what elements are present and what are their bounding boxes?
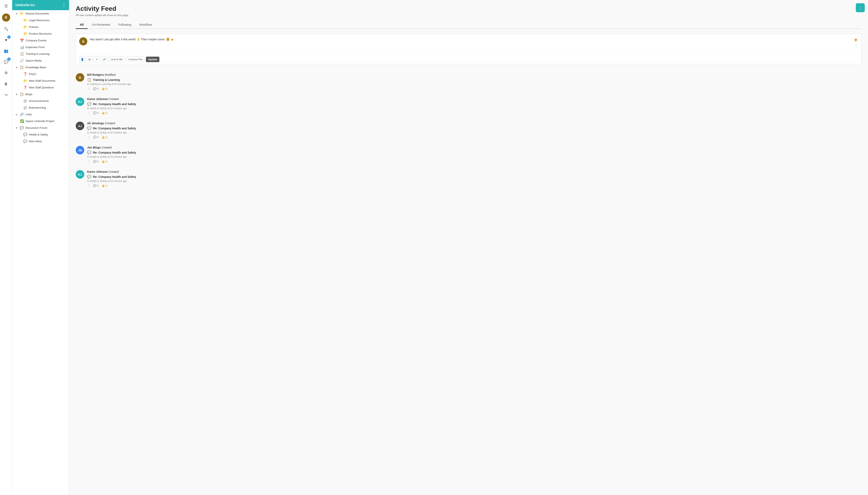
- activity-content-title: Re: Company Health and Safety: [93, 102, 136, 106]
- like-button[interactable]: 👍 0: [102, 112, 107, 115]
- activity-avatar: AJ: [76, 122, 84, 130]
- tab-unreviewed[interactable]: Un-Reviewed: [88, 21, 114, 29]
- tab-workflow[interactable]: Workflow: [135, 21, 156, 29]
- sidebar-item-label: New Staff Questions: [29, 86, 66, 89]
- choose-file-button[interactable]: Choose File: [126, 57, 145, 62]
- activity-item: JB Joe Blogs Created 💬 Re: Company Healt…: [76, 142, 862, 167]
- menu-icon[interactable]: ☰: [2, 2, 10, 10]
- activity-header: Karen Johnson Created: [87, 170, 862, 173]
- like-button[interactable]: 👍 0: [102, 87, 107, 90]
- sidebar-item-legal-resources[interactable]: 📁Legal Resources: [12, 17, 69, 24]
- like-count: 0: [106, 160, 107, 163]
- sidebar-item-links[interactable]: ►🔗Links: [12, 111, 69, 118]
- activity-item: AJ Ali Jennings Created 💬 Re: Company He…: [76, 118, 862, 142]
- activity-card[interactable]: 💬 Re: Company Health and Safety: [87, 150, 862, 155]
- update-button[interactable]: Update: [146, 57, 159, 62]
- sidebar-item-company-events[interactable]: 📅Company Events: [12, 37, 69, 44]
- compose-message[interactable]: Hey team! Lets get after it this week! 👌…: [90, 37, 851, 41]
- activity-meta: in Health & Safety at 64 minutes ago: [87, 180, 862, 183]
- activity-user: Ali Jennings: [87, 122, 104, 125]
- comment-button[interactable]: 💬 0: [93, 184, 99, 187]
- sidebar-item-new-staff-documents[interactable]: 📁New Staff Documents: [12, 78, 69, 84]
- activity-card[interactable]: 💬 Re: Company Health and Safety: [87, 102, 862, 106]
- users-icon[interactable]: 👥: [2, 47, 10, 55]
- compose-dots-menu[interactable]: ⋮: [854, 43, 858, 48]
- sidebar-item-space-umbrella-project[interactable]: ✅Space Umbrella Project: [12, 118, 69, 124]
- sidebar-item-icon: 📁: [20, 12, 24, 16]
- activity-content-title: Re: Company Health and Safety: [93, 127, 136, 130]
- activity-meta: in Training & Learning at 50 minutes ago: [87, 83, 862, 86]
- activity-card[interactable]: 💬 Re: Company Health and Safety: [87, 126, 862, 130]
- comment-button[interactable]: 💬 0: [93, 112, 99, 115]
- activity-header: Karen Johnson Created: [87, 97, 862, 101]
- sidebar-item-knowledge-base[interactable]: ▼📋Knowledge Base: [12, 64, 69, 71]
- chevron-icon: ▼: [16, 13, 18, 15]
- activity-header: Joe Blogs Created: [87, 146, 862, 149]
- sidebar-item-icon: 📁: [23, 79, 27, 83]
- sidebar-item-icon: 🔗: [20, 113, 24, 116]
- tab-all[interactable]: All: [76, 21, 88, 29]
- hashtag-button[interactable]: #: [94, 56, 100, 62]
- sidebar-item-label: FAQ's: [29, 72, 66, 75]
- like-button[interactable]: 👍 0: [102, 136, 107, 139]
- activity-actions: ⋮ 💬 0 👍 0: [87, 87, 862, 91]
- sidebar-item-expenses-form[interactable]: 📊Expenses Form: [12, 44, 69, 51]
- at-icon: @: [88, 58, 91, 61]
- sidebar-item-new-staff-questions[interactable]: ❓New Staff Questions: [12, 84, 69, 91]
- comment-count: 0: [97, 184, 99, 187]
- sidebar-item-brainstorming[interactable]: 📰Brainstorming: [12, 104, 69, 111]
- activity-card[interactable]: 📋 Training & Learning: [87, 78, 862, 82]
- like-icon: 👍: [102, 160, 105, 163]
- compose-area: B Hey team! Lets get after it this week!…: [76, 34, 862, 64]
- tab-following[interactable]: Following: [114, 21, 135, 29]
- like-button[interactable]: 👍 0: [102, 160, 107, 163]
- sidebar-item-new-ideas[interactable]: 💬New Ideas: [12, 138, 69, 144]
- comment-button[interactable]: 💬 0: [93, 160, 99, 163]
- comment-button[interactable]: 💬 0: [93, 136, 99, 139]
- activity-dots-menu[interactable]: ⋮: [87, 111, 90, 115]
- comment-button[interactable]: 💬 0: [93, 87, 99, 90]
- search-icon[interactable]: 🔍: [2, 25, 10, 33]
- like-button[interactable]: 👍 0: [102, 184, 107, 187]
- tag-user-button[interactable]: @: [87, 56, 93, 62]
- sidebar-item-product-brochures[interactable]: 📁Product Brochures: [12, 30, 69, 37]
- comment-count: 0: [97, 160, 99, 163]
- activity-actions: ⋮ 💬 0 👍 0: [87, 135, 862, 139]
- sidebar-item-announcements[interactable]: 📰Announcements: [12, 98, 69, 104]
- top-right-menu-button[interactable]: ⋮: [856, 3, 865, 12]
- like-count: 0: [106, 87, 107, 90]
- sidebar-item-faqs[interactable]: ❓FAQ's: [12, 71, 69, 78]
- sidebar-item-label: Knowledge Base: [25, 66, 66, 69]
- mention-user-button[interactable]: 👤: [79, 56, 85, 62]
- sidebar-item-icon: 📁: [23, 18, 27, 22]
- sidebar-item-blogs[interactable]: ▼📋Blogs: [12, 91, 69, 98]
- chat-icon[interactable]: 💬 0: [2, 58, 10, 66]
- user-avatar[interactable]: B: [2, 14, 10, 22]
- star-icon[interactable]: ★ 0: [2, 36, 10, 44]
- activity-dots-menu[interactable]: ⋮: [87, 184, 90, 188]
- sidebar-header-menu[interactable]: ⋮: [62, 3, 66, 7]
- sidebar-item-policies[interactable]: 📁Policies: [12, 24, 69, 30]
- activity-item: KJ Karen Johnson Created 💬 Re: Company H…: [76, 94, 862, 118]
- sidebar-item-label: Blogs: [25, 93, 66, 96]
- sidebar-item-discussion-forum[interactable]: ▼💬Discussion Forum: [12, 124, 69, 131]
- sidebar-nav: ▼📁Shared Documents📁Legal Resources📁Polic…: [12, 10, 69, 144]
- comment-count: 0: [97, 112, 99, 115]
- activity-meta: in Health & Safety at 63 minutes ago: [87, 155, 862, 158]
- sidebar-item-space-media[interactable]: 📈Space Media: [12, 57, 69, 64]
- activity-dots-menu[interactable]: ⋮: [87, 135, 90, 139]
- sidebar-item-health-safety[interactable]: 💬Health & Safety: [12, 131, 69, 138]
- compose-avatar: B: [79, 37, 87, 46]
- activity-action: Created: [109, 170, 119, 173]
- settings-icon[interactable]: ⚙: [2, 69, 10, 76]
- activity-dots-menu[interactable]: ⋮: [87, 159, 90, 164]
- logout-icon[interactable]: ↪: [2, 91, 10, 99]
- link-button[interactable]: 🔗: [101, 56, 107, 62]
- sidebar-item-training-learning[interactable]: 📋Training & Learning: [12, 51, 69, 57]
- activity-avatar: KJ: [76, 97, 84, 106]
- sidebar-item-shared-documents[interactable]: ▼📁Shared Documents: [12, 10, 69, 17]
- activity-dots-menu[interactable]: ⋮: [87, 87, 90, 91]
- activity-card[interactable]: 💬 Re: Company Health and Safety: [87, 174, 862, 179]
- link-to-file-button[interactable]: Link to file: [108, 57, 125, 62]
- trash-icon[interactable]: 🗑: [2, 80, 10, 88]
